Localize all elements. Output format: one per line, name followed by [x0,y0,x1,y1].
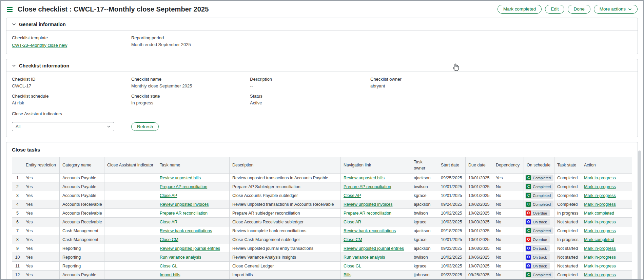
column-header: Action [581,157,632,174]
task-name-link[interactable]: Close AR [160,220,177,224]
task-name-link[interactable]: Close GL [160,264,177,268]
action-cell: Mark in-progress [581,191,632,200]
row-number: 10 [12,253,23,262]
navigation-link[interactable]: Run variance analysis [344,255,385,260]
action-link[interactable]: Mark in-progress [584,273,616,277]
start-date-cell: 10/02/2025 [438,209,466,218]
on-schedule-badge: OOverdue [525,210,550,216]
navigation-link[interactable]: Review bank reconciliations [344,228,396,233]
checklist-name-field: Checklist name Monthly close September 2… [131,77,250,88]
action-link[interactable]: Mark in-progress [584,184,616,189]
navigation-link[interactable]: Review unposted invoices [344,202,393,207]
task-name-link[interactable]: Prepare AP reconciliation [160,184,207,189]
description-cell: Review unposted journal entry transactio… [230,244,341,253]
checklist-template-link[interactable]: CWT-23--Monthly close new [12,43,67,48]
vertical-scrollbar[interactable] [638,151,641,280]
task-state-cell: Completed [554,191,581,200]
task-name-cell: Close CM [157,235,230,244]
dependency-cell: No [493,226,524,235]
task-name-link[interactable]: Import bills [160,273,180,277]
select-value: All [16,124,20,129]
close-assistant-indicator-cell [104,271,157,279]
task-name-link[interactable]: Prepare AR reconciliation [160,211,208,216]
entity-restriction-cell: Yes [23,262,60,271]
entity-restriction-cell: Yes [23,191,60,200]
navigation-link[interactable]: Bills [344,273,351,277]
close-tasks-title: Close tasks [12,147,632,153]
checklist-menu-icon[interactable] [7,7,13,12]
close-assistant-indicators-select[interactable]: All [12,122,114,131]
badge-status-icon: C [526,202,531,207]
navigation-link[interactable]: Close AP [344,193,361,198]
task-name-cell: Review unposted invoices [157,200,230,209]
badge-label: On track [533,255,547,259]
chevron-down-icon [628,8,632,11]
task-name-link[interactable]: Close AP [160,193,177,198]
badge-status-icon: C [526,175,531,180]
category-name-cell: Accounts Receivable [60,218,104,226]
on-schedule-badge: CCompleted [525,272,553,278]
category-name-cell: Accounts Payable [60,271,104,279]
navigation-link-cell: Review bank reconciliations [341,226,411,235]
action-link[interactable]: Mark completed [584,211,614,216]
field-label: Reporting period [131,35,632,40]
checklist-information-header[interactable]: Checklist information [6,59,638,72]
description-cell: Import bills [230,271,341,279]
description-cell: Close Accounts Receivable subledger [230,218,341,226]
navigation-link[interactable]: Review unposted journal entries [344,246,404,251]
navigation-link[interactable]: Close GL [344,264,361,268]
navigation-link[interactable]: Prepare AR reconciliation [344,211,391,216]
task-state-cell: Not started [554,262,581,271]
on-schedule-cell: OOn track [524,253,554,262]
field-value: Active [250,100,370,105]
action-link[interactable]: Mark in-progress [584,202,616,207]
done-button[interactable]: Done [568,5,590,14]
action-link[interactable]: Mark in-progress [584,176,616,180]
on-schedule-cell: OOn track [524,218,554,226]
task-name-link[interactable]: Review unposted journal entries [160,246,220,251]
row-number: 5 [12,209,23,218]
task-name-link[interactable]: Close CM [160,237,178,242]
action-link[interactable]: Mark in-progress [584,246,616,251]
task-state-cell: Completed [554,271,581,279]
general-information-header[interactable]: General information [6,18,638,31]
navigation-link[interactable]: Prepare AP reconciliation [344,184,391,189]
edit-button[interactable]: Edit [545,5,564,14]
due-date-cell: 10/01/2025 [466,191,493,200]
column-header: Entity restriction [23,157,60,174]
due-date-cell: 10/07/2025 [466,262,493,271]
on-schedule-cell: OOn track [524,262,554,271]
task-name-cell: Close AR [157,218,230,226]
column-header: Close Assistant indicator [104,157,157,174]
task-name-link[interactable]: Review unposted bills [160,176,201,180]
navigation-link[interactable]: Review unposted bills [344,176,385,180]
task-name-link[interactable]: Review unposted invoices [160,202,209,207]
more-actions-button[interactable]: More actions [594,5,638,14]
action-link[interactable]: Mark in-progress [584,193,616,198]
category-name-cell: Cash Management [60,226,104,235]
checklist-owner-field: Checklist owner abryant [370,77,632,88]
task-row: 8YesCash ManagementClose CMClose Cash Ma… [12,235,632,244]
action-link[interactable]: Mark completed [584,237,614,242]
mark-completed-button[interactable]: Mark completed [497,5,542,14]
refresh-button[interactable]: Refresh [131,122,159,131]
description-field: Description -- [250,77,370,88]
field-value: CWCL-17 [12,83,131,88]
field-value: abryant [370,83,632,88]
task-name-link[interactable]: Run variance analysis [160,255,201,260]
navigation-link[interactable]: Close AR [344,220,361,224]
action-link[interactable]: Mark in-progress [584,220,616,224]
column-header: Task owner [411,157,438,174]
action-link[interactable]: Mark in-progress [584,264,616,268]
close-assistant-indicator-cell [104,200,157,209]
entity-restriction-cell: Yes [23,226,60,235]
badge-label: Completed [533,229,551,233]
action-link[interactable]: Mark in-progress [584,228,616,233]
field-label: Description [250,77,370,82]
field-label: Checklist schedule [12,94,131,99]
action-link[interactable]: Mark in-progress [584,255,616,260]
task-name-link[interactable]: Review bank reconciliations [160,228,212,233]
on-schedule-badge: OOn track [525,263,550,269]
navigation-link[interactable]: Close CM [344,237,362,242]
dependency-cell: No [493,200,524,209]
